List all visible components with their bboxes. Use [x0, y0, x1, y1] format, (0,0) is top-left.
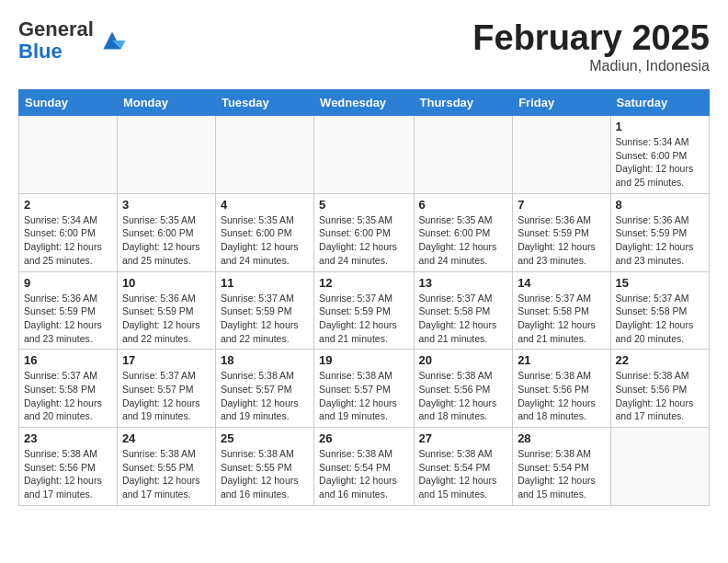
- day-cell: 23Sunrise: 5:38 AM Sunset: 5:56 PM Dayli…: [19, 428, 118, 506]
- day-number: 28: [518, 431, 605, 445]
- day-cell: 2Sunrise: 5:34 AM Sunset: 6:00 PM Daylig…: [19, 193, 118, 271]
- day-cell: 11Sunrise: 5:37 AM Sunset: 5:59 PM Dayli…: [215, 271, 313, 350]
- logo-icon: [97, 26, 127, 55]
- month-title: February 2025: [472, 18, 710, 58]
- day-number: 1: [616, 120, 704, 133]
- logo: General Blue: [18, 18, 127, 63]
- title-block: February 2025 Madiun, Indonesia: [472, 18, 710, 75]
- day-info: Sunrise: 5:37 AM Sunset: 5:59 PM Dayligh…: [221, 292, 309, 346]
- day-info: Sunrise: 5:37 AM Sunset: 5:58 PM Dayligh…: [616, 292, 704, 346]
- day-cell: 16Sunrise: 5:37 AM Sunset: 5:58 PM Dayli…: [19, 350, 118, 428]
- day-info: Sunrise: 5:38 AM Sunset: 5:54 PM Dayligh…: [419, 447, 508, 501]
- day-cell: 7Sunrise: 5:36 AM Sunset: 5:59 PM Daylig…: [513, 193, 610, 271]
- day-cell: [414, 116, 513, 194]
- day-info: Sunrise: 5:36 AM Sunset: 5:59 PM Dayligh…: [616, 213, 704, 268]
- day-number: 12: [319, 276, 408, 290]
- day-cell: 22Sunrise: 5:38 AM Sunset: 5:56 PM Dayli…: [610, 350, 709, 428]
- weekday-tuesday: Tuesday: [215, 90, 313, 116]
- day-info: Sunrise: 5:34 AM Sunset: 6:00 PM Dayligh…: [616, 135, 704, 190]
- day-number: 21: [518, 353, 605, 367]
- day-cell: 3Sunrise: 5:35 AM Sunset: 6:00 PM Daylig…: [117, 193, 215, 271]
- day-cell: [215, 116, 313, 194]
- day-number: 16: [24, 353, 112, 367]
- day-info: Sunrise: 5:38 AM Sunset: 5:56 PM Dayligh…: [518, 369, 605, 423]
- day-info: Sunrise: 5:36 AM Sunset: 5:59 PM Dayligh…: [518, 213, 605, 268]
- day-cell: 18Sunrise: 5:38 AM Sunset: 5:57 PM Dayli…: [215, 350, 313, 428]
- logo-blue: Blue: [18, 40, 94, 63]
- weekday-sunday: Sunday: [19, 90, 118, 116]
- location: Madiun, Indonesia: [472, 58, 710, 75]
- day-number: 2: [24, 198, 112, 212]
- day-cell: 24Sunrise: 5:38 AM Sunset: 5:55 PM Dayli…: [117, 428, 215, 506]
- day-cell: [513, 116, 610, 194]
- day-number: 25: [221, 431, 309, 445]
- day-cell: [610, 428, 709, 506]
- day-number: 26: [319, 431, 408, 445]
- week-row-5: 23Sunrise: 5:38 AM Sunset: 5:56 PM Dayli…: [19, 428, 710, 506]
- day-info: Sunrise: 5:37 AM Sunset: 5:58 PM Dayligh…: [24, 369, 112, 423]
- weekday-saturday: Saturday: [610, 90, 709, 116]
- day-number: 8: [616, 198, 704, 212]
- day-number: 4: [221, 198, 309, 212]
- day-cell: 6Sunrise: 5:35 AM Sunset: 6:00 PM Daylig…: [414, 193, 513, 271]
- day-info: Sunrise: 5:37 AM Sunset: 5:58 PM Dayligh…: [518, 292, 605, 346]
- day-number: 17: [122, 353, 210, 367]
- day-info: Sunrise: 5:35 AM Sunset: 6:00 PM Dayligh…: [122, 213, 210, 268]
- week-row-3: 9Sunrise: 5:36 AM Sunset: 5:59 PM Daylig…: [19, 271, 710, 350]
- weekday-thursday: Thursday: [414, 90, 513, 116]
- week-row-2: 2Sunrise: 5:34 AM Sunset: 6:00 PM Daylig…: [19, 193, 710, 271]
- day-cell: 28Sunrise: 5:38 AM Sunset: 5:54 PM Dayli…: [513, 428, 610, 506]
- day-info: Sunrise: 5:38 AM Sunset: 5:54 PM Dayligh…: [319, 447, 408, 501]
- day-number: 3: [122, 198, 210, 212]
- day-number: 19: [319, 353, 408, 367]
- day-cell: [19, 116, 118, 194]
- day-info: Sunrise: 5:35 AM Sunset: 6:00 PM Dayligh…: [419, 213, 508, 268]
- day-info: Sunrise: 5:38 AM Sunset: 5:56 PM Dayligh…: [419, 369, 508, 423]
- day-number: 22: [616, 353, 704, 367]
- weekday-friday: Friday: [513, 90, 610, 116]
- day-info: Sunrise: 5:37 AM Sunset: 5:58 PM Dayligh…: [419, 292, 508, 346]
- week-row-1: 1Sunrise: 5:34 AM Sunset: 6:00 PM Daylig…: [19, 116, 710, 194]
- day-cell: 12Sunrise: 5:37 AM Sunset: 5:59 PM Dayli…: [314, 271, 414, 350]
- day-cell: 17Sunrise: 5:37 AM Sunset: 5:57 PM Dayli…: [117, 350, 215, 428]
- day-cell: 10Sunrise: 5:36 AM Sunset: 5:59 PM Dayli…: [117, 271, 215, 350]
- day-number: 7: [518, 198, 605, 212]
- day-number: 14: [518, 276, 605, 290]
- day-number: 18: [221, 353, 309, 367]
- page-header: General Blue February 2025 Madiun, Indon…: [18, 18, 710, 75]
- weekday-wednesday: Wednesday: [314, 90, 414, 116]
- day-number: 20: [419, 353, 508, 367]
- day-info: Sunrise: 5:37 AM Sunset: 5:57 PM Dayligh…: [122, 369, 210, 423]
- day-info: Sunrise: 5:36 AM Sunset: 5:59 PM Dayligh…: [122, 292, 210, 346]
- day-cell: 19Sunrise: 5:38 AM Sunset: 5:57 PM Dayli…: [314, 350, 414, 428]
- day-info: Sunrise: 5:38 AM Sunset: 5:54 PM Dayligh…: [518, 447, 605, 501]
- day-number: 5: [319, 198, 408, 212]
- day-info: Sunrise: 5:37 AM Sunset: 5:59 PM Dayligh…: [319, 292, 408, 346]
- day-cell: 25Sunrise: 5:38 AM Sunset: 5:55 PM Dayli…: [215, 428, 313, 506]
- day-number: 6: [419, 198, 508, 212]
- day-cell: 27Sunrise: 5:38 AM Sunset: 5:54 PM Dayli…: [414, 428, 513, 506]
- day-info: Sunrise: 5:38 AM Sunset: 5:56 PM Dayligh…: [616, 369, 704, 423]
- day-info: Sunrise: 5:34 AM Sunset: 6:00 PM Dayligh…: [24, 213, 112, 268]
- day-cell: 4Sunrise: 5:35 AM Sunset: 6:00 PM Daylig…: [215, 193, 313, 271]
- day-cell: 20Sunrise: 5:38 AM Sunset: 5:56 PM Dayli…: [414, 350, 513, 428]
- day-number: 13: [419, 276, 508, 290]
- weekday-header-row: SundayMondayTuesdayWednesdayThursdayFrid…: [19, 90, 710, 116]
- day-info: Sunrise: 5:38 AM Sunset: 5:57 PM Dayligh…: [221, 369, 309, 423]
- day-cell: [314, 116, 414, 194]
- day-info: Sunrise: 5:35 AM Sunset: 6:00 PM Dayligh…: [319, 213, 408, 268]
- day-cell: 14Sunrise: 5:37 AM Sunset: 5:58 PM Dayli…: [513, 271, 610, 350]
- day-info: Sunrise: 5:38 AM Sunset: 5:56 PM Dayligh…: [24, 447, 112, 501]
- day-cell: 8Sunrise: 5:36 AM Sunset: 5:59 PM Daylig…: [610, 193, 709, 271]
- day-number: 23: [24, 431, 112, 445]
- calendar-table: SundayMondayTuesdayWednesdayThursdayFrid…: [18, 89, 710, 506]
- weekday-monday: Monday: [117, 90, 215, 116]
- day-info: Sunrise: 5:38 AM Sunset: 5:57 PM Dayligh…: [319, 369, 408, 423]
- day-info: Sunrise: 5:38 AM Sunset: 5:55 PM Dayligh…: [221, 447, 309, 501]
- day-info: Sunrise: 5:35 AM Sunset: 6:00 PM Dayligh…: [221, 213, 309, 268]
- day-number: 10: [122, 276, 210, 290]
- day-info: Sunrise: 5:38 AM Sunset: 5:55 PM Dayligh…: [122, 447, 210, 501]
- day-cell: 21Sunrise: 5:38 AM Sunset: 5:56 PM Dayli…: [513, 350, 610, 428]
- day-cell: 5Sunrise: 5:35 AM Sunset: 6:00 PM Daylig…: [314, 193, 414, 271]
- day-number: 9: [24, 276, 112, 290]
